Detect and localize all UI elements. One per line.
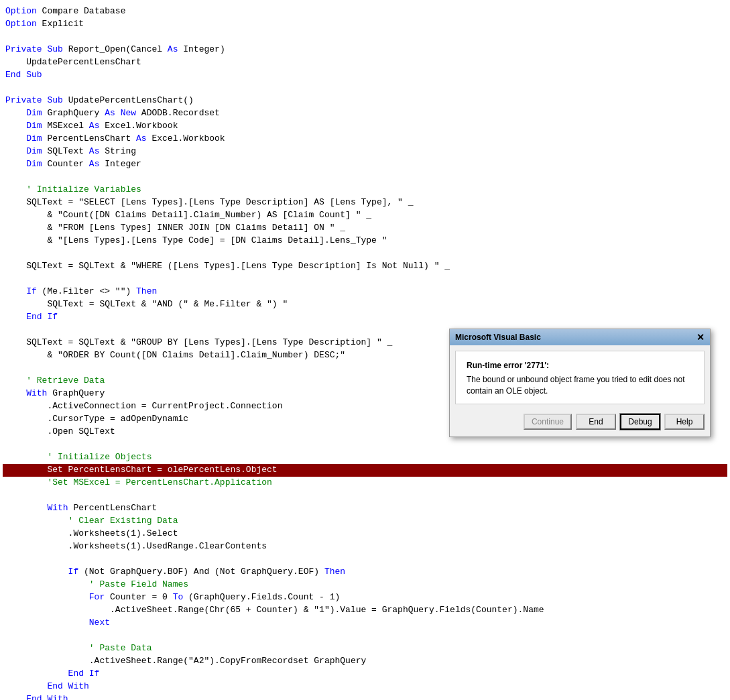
code-text: Private Sub UpdatePercentLensChart() (3, 95, 194, 107)
help-button[interactable]: Help (664, 414, 705, 430)
code-line: End If (3, 668, 727, 681)
continue-button[interactable]: Continue (524, 414, 572, 430)
code-line (3, 553, 727, 566)
dialog-titlebar: Microsoft Visual Basic ✕ (450, 329, 710, 345)
code-text: If (Not GraphQuery.BOF) And (Not GraphQu… (3, 566, 345, 579)
code-line: ' Initialize Variables (3, 184, 727, 196)
code-line: Private Sub UpdatePercentLensChart() (3, 95, 727, 107)
code-text: UpdatePercentLensChart (3, 56, 141, 69)
end-button[interactable]: End (576, 414, 616, 430)
code-line: Dim MSExcel As Excel.Workbook (3, 120, 727, 133)
error-dialog[interactable]: Microsoft Visual Basic ✕ Run-time error … (449, 329, 711, 437)
code-text: .ActiveConnection = CurrentProject.Conne… (3, 400, 282, 413)
code-text: & "ORDER BY Count([DN Claims Detail].Cla… (3, 349, 345, 362)
code-line: SQLText = "SELECT [Lens Types].[Lens Typ… (3, 196, 727, 209)
code-line: Option Compare Database (3, 5, 727, 18)
dialog-error-msg: The bound or unbound object frame you tr… (467, 374, 693, 397)
code-line (3, 273, 727, 286)
code-line: & "Count([DN Claims Detail].Claim_Number… (3, 209, 727, 222)
code-text: .Worksheets(1).Select (3, 528, 178, 540)
code-line: Dim SQLText As String (3, 145, 727, 158)
code-line: ' Clear Existing Data (3, 515, 727, 528)
code-line: Dim GraphQuery As New ADODB.Recordset (3, 107, 727, 120)
code-line: For Counter = 0 To (GraphQuery.Fields.Co… (3, 591, 727, 604)
code-text: Dim MSExcel As Excel.Workbook (3, 120, 178, 133)
debug-button[interactable]: Debug (620, 414, 660, 430)
code-text: With PercentLensChart (3, 502, 157, 515)
code-text: End With (3, 681, 89, 693)
code-line: UpdatePercentLensChart (3, 56, 727, 69)
code-line: .Worksheets(1).UsedRange.ClearContents (3, 540, 727, 553)
code-text: SQLText = SQLText & "AND (" & Me.Filter … (3, 298, 288, 311)
code-line (3, 630, 727, 642)
code-text: .Open SQLText (3, 426, 115, 439)
code-line: ' Paste Data (3, 642, 727, 655)
code-line: & "[Lens Types].[Lens Type Code] = [DN C… (3, 235, 727, 247)
code-line: ' Initialize Objects (3, 451, 727, 464)
code-text: & "FROM [Lens Types] INNER JOIN [DN Clai… (3, 222, 345, 235)
code-text: SQLText = SQLText & "WHERE ([Lens Types]… (3, 260, 450, 273)
comment-text: 'Set MSExcel = PercentLensChart.Applicat… (3, 477, 272, 489)
comment-text: ' Paste Field Names (3, 579, 188, 591)
dialog-error-code: Run-time error '2771': (467, 361, 693, 370)
code-line: .ActiveSheet.Range("A2").CopyFromRecords… (3, 655, 727, 668)
code-text: & "[Lens Types].[Lens Type Code] = [DN C… (3, 235, 387, 247)
code-line: Private Sub Report_Open(Cancel As Intege… (3, 44, 727, 56)
code-text: For Counter = 0 To (GraphQuery.Fields.Co… (3, 591, 340, 604)
code-line: Next (3, 617, 727, 630)
code-line: SQLText = SQLText & "WHERE ([Lens Types]… (3, 260, 727, 273)
code-line: Dim PercentLensChart As Excel.Workbook (3, 133, 727, 145)
code-text: End With (3, 693, 68, 700)
code-text: Dim GraphQuery As New ADODB.Recordset (3, 107, 220, 120)
code-line: If (Not GraphQuery.BOF) And (Not GraphQu… (3, 566, 727, 579)
code-text: Next (3, 617, 110, 630)
code-text: Dim Counter As Integer (3, 158, 141, 171)
comment-text: ' Initialize Objects (3, 451, 151, 464)
code-text: End Sub (3, 69, 42, 82)
code-line: Dim Counter As Integer (3, 158, 727, 171)
code-text: .Worksheets(1).UsedRange.ClearContents (3, 540, 267, 553)
code-line (3, 31, 727, 44)
dialog-buttons: Continue End Debug Help (450, 410, 710, 436)
code-text: SQLText = "SELECT [Lens Types].[Lens Typ… (3, 196, 414, 209)
code-line: SQLText = SQLText & "AND (" & Me.Filter … (3, 298, 727, 311)
code-line: .ActiveSheet.Range(Chr(65 + Counter) & "… (3, 604, 727, 617)
code-line: If (Me.Filter <> "") Then (3, 286, 727, 298)
code-text: & "Count([DN Claims Detail].Claim_Number… (3, 209, 371, 222)
code-line (3, 247, 727, 260)
code-text: Option Compare Database (3, 5, 125, 18)
comment-text: ' Retrieve Data (3, 375, 105, 388)
code-line: End Sub (3, 69, 727, 82)
comment-text: ' Initialize Variables (3, 184, 141, 196)
code-line (3, 82, 727, 95)
code-line: Option Explicit (3, 18, 727, 31)
code-line: End If (3, 311, 727, 324)
code-text: With GraphQuery (3, 388, 105, 400)
code-line (3, 439, 727, 451)
code-text: .ActiveSheet.Range(Chr(65 + Counter) & "… (3, 604, 544, 617)
comment-text: ' Clear Existing Data (3, 515, 178, 528)
dialog-title: Microsoft Visual Basic (455, 333, 541, 342)
code-text: Dim SQLText As String (3, 145, 136, 158)
code-line: Set PercentLensChart = olePercentLens.Ob… (3, 464, 727, 477)
code-text: Dim PercentLensChart As Excel.Workbook (3, 133, 225, 145)
code-line: 'Set MSExcel = PercentLensChart.Applicat… (3, 477, 727, 489)
highlighted-code-text: Set PercentLensChart = olePercentLens.Ob… (3, 464, 278, 477)
code-line: End With (3, 693, 727, 700)
code-text: Option Explicit (3, 18, 84, 31)
code-text: If (Me.Filter <> "") Then (3, 286, 157, 298)
code-text: .CursorType = adOpenDynamic (3, 413, 188, 426)
code-line: & "FROM [Lens Types] INNER JOIN [DN Clai… (3, 222, 727, 235)
code-text: Private Sub Report_Open(Cancel As Intege… (3, 44, 225, 56)
code-line: ' Paste Field Names (3, 579, 727, 591)
code-text: End If (3, 311, 58, 324)
code-text: .ActiveSheet.Range("A2").CopyFromRecords… (3, 655, 366, 668)
code-text: End If (3, 668, 99, 681)
dialog-close-icon[interactable]: ✕ (696, 332, 705, 343)
code-line (3, 171, 727, 184)
code-line (3, 489, 727, 502)
code-line: .Worksheets(1).Select (3, 528, 727, 540)
comment-text: ' Paste Data (3, 642, 151, 655)
dialog-body: Run-time error '2771': The bound or unbo… (455, 351, 705, 404)
code-line: With PercentLensChart (3, 502, 727, 515)
